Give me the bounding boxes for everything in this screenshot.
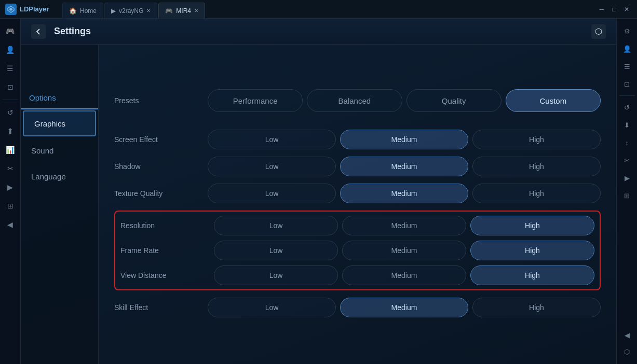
tab-home-label: Home (80, 7, 97, 15)
right-resize-icon[interactable]: ↕ (619, 134, 635, 151)
tab-home[interactable]: 🏠 Home (62, 3, 103, 18)
menu-icon[interactable]: ☰ (2, 60, 19, 77)
export-button[interactable]: ⬡ (591, 24, 606, 39)
right-user-icon[interactable]: 👤 (619, 40, 635, 57)
right-refresh-icon[interactable]: ↺ (619, 99, 635, 116)
skill-effect-high[interactable]: High (472, 298, 601, 317)
texture-quality-row: Texture Quality Low Medium High (114, 184, 601, 203)
nav-language[interactable]: Language (21, 163, 98, 189)
tab-mir4[interactable]: 🎮 MIR4 ✕ (158, 3, 205, 18)
titlebar: LDPlayer 🏠 Home ▶ v2rayNG ✕ 🎮 MIR4 ✕ ─ □… (0, 0, 637, 19)
view-distance-low[interactable]: Low (214, 265, 338, 285)
frame-rate-label: Frame Rate (120, 246, 214, 255)
back-icon[interactable]: ◀ (2, 216, 19, 233)
view-distance-row: View Distance Low Medium Hig (120, 265, 594, 285)
right-icon-sidebar: ⚙ 👤 ☰ ⊡ ↺ ⬇ ↕ ✂ ▶ ⊞ ◀ ⬡ (616, 19, 637, 364)
shadow-label: Shadow (114, 162, 208, 171)
v2ray-icon: ▶ (111, 7, 116, 15)
svg-marker-1 (9, 8, 12, 11)
tab-v2rayng[interactable]: ▶ v2rayNG ✕ (104, 3, 157, 18)
presets-label: Presets (114, 96, 208, 105)
home-icon: 🏠 (69, 7, 77, 15)
frame-rate-high[interactable]: High (470, 241, 594, 260)
frame-rate-low[interactable]: Low (214, 241, 338, 260)
screen-effect-low[interactable]: Low (208, 130, 336, 149)
gamepad-icon[interactable]: 🎮 (2, 23, 19, 39)
preset-quality[interactable]: Quality (406, 89, 502, 112)
app-logo[interactable]: LDPlayer (0, 4, 62, 15)
nav-sound[interactable]: Sound (21, 137, 98, 163)
preset-performance[interactable]: Performance (208, 89, 303, 112)
texture-low[interactable]: Low (208, 184, 336, 203)
left-icon-sidebar: 🎮 👤 ☰ ⊡ ↺ ⬆ 📊 ✂ ▶ ⊞ ◀ (0, 19, 21, 364)
skill-effect-options: Low Medium High (208, 298, 601, 317)
view-distance-options: Low Medium High (214, 265, 594, 285)
tab-v2rayng-label: v2rayNG (119, 7, 143, 15)
display-icon[interactable]: ⊡ (2, 79, 19, 95)
presets-row: Presets Performance Balanced Quality (114, 89, 601, 112)
resolution-low[interactable]: Low (214, 216, 338, 235)
preset-custom[interactable]: Custom (506, 89, 601, 112)
skill-effect-row: Skill Effect Low Medium High (114, 298, 601, 317)
view-distance-medium[interactable]: Medium (342, 265, 466, 285)
view-distance-high[interactable]: High (470, 265, 594, 285)
texture-quality-options: Low Medium High (208, 184, 601, 203)
right-arrow-left-icon[interactable]: ◀ (619, 327, 635, 343)
close-window-button[interactable]: ✕ (622, 5, 631, 13)
window-controls: ─ □ ✕ (591, 5, 637, 13)
skill-effect-medium[interactable]: Medium (340, 298, 468, 317)
texture-high[interactable]: High (472, 184, 601, 203)
screen-effect-row: Screen Effect Low Medium High (114, 130, 601, 149)
screen-effect-high[interactable]: High (472, 130, 601, 149)
right-download-icon[interactable]: ⬇ (619, 117, 635, 133)
frame-rate-medium[interactable]: Medium (342, 241, 466, 260)
resolution-row: Resolution Low Medium High (120, 216, 594, 235)
view-distance-label: View Distance (120, 271, 214, 279)
highlighted-rows-group: Resolution Low Medium High (114, 211, 601, 290)
right-settings-icon[interactable]: ⚙ (619, 23, 635, 39)
resolution-high[interactable]: High (470, 216, 594, 235)
screen-effect-label: Screen Effect (114, 135, 208, 144)
shadow-medium[interactable]: Medium (340, 157, 468, 176)
user-icon[interactable]: 👤 (2, 41, 19, 58)
options-tab[interactable]: Options (21, 89, 98, 109)
shadow-high[interactable]: High (472, 157, 601, 176)
cut-icon[interactable]: ✂ (2, 160, 19, 177)
chart-icon[interactable]: 📊 (2, 142, 19, 158)
nav-graphics[interactable]: Graphics (23, 110, 96, 136)
nav-sidebar: Options Graphics Sound Language (21, 45, 99, 364)
maximize-button[interactable]: □ (610, 5, 618, 13)
settings-title: Settings (54, 26, 91, 37)
grid-icon[interactable]: ⊞ (2, 198, 19, 214)
play-icon[interactable]: ▶ (2, 179, 19, 195)
texture-medium[interactable]: Medium (340, 184, 468, 203)
right-menu-icon[interactable]: ☰ (619, 58, 635, 75)
shadow-low[interactable]: Low (208, 157, 336, 176)
upload-icon[interactable]: ⬆ (2, 123, 19, 139)
skill-effect-low[interactable]: Low (208, 298, 336, 317)
minimize-button[interactable]: ─ (598, 5, 606, 13)
right-display-icon[interactable]: ⊡ (619, 76, 635, 92)
presets-options: Performance Balanced Quality Custom (208, 89, 601, 112)
texture-quality-label: Texture Quality (114, 189, 208, 198)
tabs-container: 🏠 Home ▶ v2rayNG ✕ 🎮 MIR4 ✕ (62, 0, 591, 18)
right-grid-icon[interactable]: ⊞ (619, 187, 635, 204)
back-button[interactable] (31, 24, 46, 39)
tab-mir4-close[interactable]: ✕ (194, 8, 198, 13)
refresh-icon[interactable]: ↺ (2, 104, 19, 121)
right-play-icon[interactable]: ▶ (619, 170, 635, 186)
app-name: LDPlayer (20, 5, 49, 13)
frame-rate-row: Frame Rate Low Medium High (120, 241, 594, 260)
resolution-medium[interactable]: Medium (342, 216, 466, 235)
resolution-label: Resolution (120, 221, 214, 230)
right-hex-icon[interactable]: ⬡ (619, 343, 635, 360)
tab-v2rayng-close[interactable]: ✕ (146, 8, 151, 13)
screen-effect-options: Low Medium High (208, 130, 601, 149)
skill-effect-label: Skill Effect (114, 303, 208, 312)
tab-mir4-label: MIR4 (176, 7, 191, 15)
shadow-options: Low Medium High (208, 157, 601, 176)
resolution-options: Low Medium High (214, 216, 594, 235)
preset-balanced[interactable]: Balanced (307, 89, 402, 112)
right-cut-icon[interactable]: ✂ (619, 152, 635, 169)
screen-effect-medium[interactable]: Medium (340, 130, 468, 149)
